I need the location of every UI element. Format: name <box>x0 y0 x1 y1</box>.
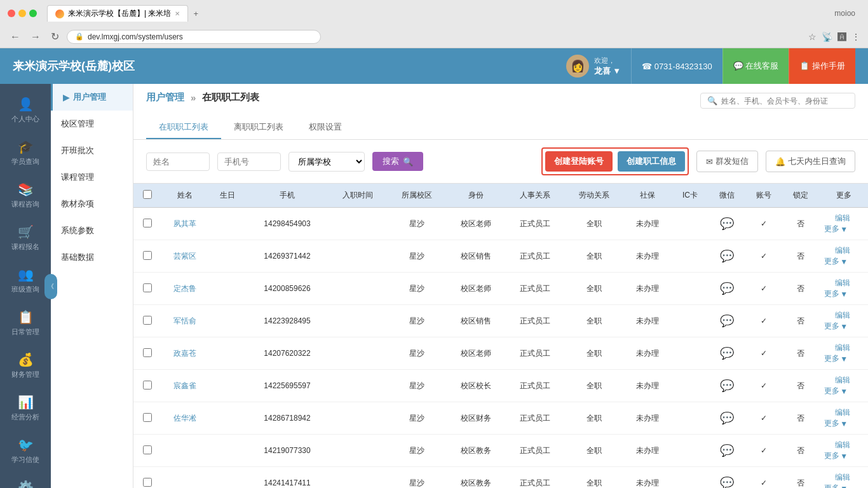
staff-name-link[interactable]: 夙其革 <box>173 219 196 228</box>
more-button[interactable]: 更多▼ <box>824 256 863 267</box>
row-checkbox[interactable] <box>143 445 152 454</box>
name-filter-input[interactable] <box>146 152 210 171</box>
menu-icon[interactable]: ⋮ <box>851 32 860 42</box>
more-button[interactable]: 更多▼ <box>824 451 863 461</box>
ext-icon[interactable]: 🅰 <box>837 32 846 42</box>
row-checkbox[interactable] <box>143 251 152 260</box>
sub-sidebar-item-batch[interactable]: 开班批次 <box>51 137 133 164</box>
user-name[interactable]: 龙喜 ▼ <box>594 65 621 77</box>
browser-tab-active[interactable]: 来米演示学校【岳麓】| 来米培 ✕ <box>47 5 188 22</box>
page-search-input[interactable] <box>721 97 848 105</box>
sub-sidebar-item-materials[interactable]: 教材杂项 <box>51 191 133 217</box>
create-account-button[interactable]: 创建登陆账号 <box>545 151 613 172</box>
edit-button[interactable]: 编辑 <box>835 214 850 222</box>
table-row: 芸紫区 14269371442 星沙 校区销售 正式员工 全职 未办理 💬 ✓ … <box>133 240 868 273</box>
search-button[interactable]: 搜索 🔍 <box>372 152 423 171</box>
row-checkbox[interactable] <box>143 478 152 487</box>
td-name: 政嘉苍 <box>161 337 209 370</box>
support-button[interactable]: 💬 在线客服 <box>722 48 789 84</box>
table-row: 定杰鲁 14200859626 星沙 校区老师 正式员工 全职 未办理 💬 ✓ … <box>133 273 868 305</box>
more-button[interactable]: 更多▼ <box>824 386 863 396</box>
more-button[interactable]: 更多▼ <box>824 224 863 234</box>
more-button[interactable]: 更多▼ <box>824 353 863 364</box>
sidebar-item-daily[interactable]: 📋 日常管理 <box>0 302 51 344</box>
manual-button[interactable]: 📋 操作手册 <box>789 48 855 84</box>
sub-sidebar-item-users[interactable]: ▶ 用户管理 <box>51 84 133 111</box>
more-button[interactable]: 更多▼ <box>824 321 863 332</box>
staff-name-link[interactable]: 宸鑫雀 <box>173 381 196 390</box>
th-campus: 所属校区 <box>388 184 447 208</box>
td-phone: 14219077330 <box>246 435 329 467</box>
row-checkbox[interactable] <box>143 413 152 422</box>
staff-name-link[interactable]: 佐华凇 <box>173 414 196 423</box>
cast-icon[interactable]: 📡 <box>822 32 832 42</box>
refresh-button[interactable]: ↻ <box>48 29 62 44</box>
td-hr: 正式员工 <box>506 240 565 273</box>
phone-button[interactable]: ☎ 0731-84323130 <box>631 48 722 84</box>
staff-name-link[interactable]: 军恬俞 <box>173 316 196 325</box>
edit-button[interactable]: 编辑 <box>835 473 850 482</box>
td-campus: 星沙 <box>388 305 447 337</box>
sidebar-item-students[interactable]: 🎓 学员查询 <box>0 132 51 174</box>
edit-button[interactable]: 编辑 <box>835 278 850 287</box>
maximize-dot[interactable] <box>29 10 37 17</box>
sidebar-item-classes[interactable]: 👥 班级查询 <box>0 259 51 302</box>
tab-favicon <box>55 10 64 18</box>
birthday-label: 七天内生日查询 <box>788 156 846 167</box>
sidebar-item-messenger[interactable]: 🐦 学习信使 <box>0 430 51 472</box>
sidebar-item-enroll[interactable]: 🛒 课程报名 <box>0 217 51 259</box>
breadcrumb-parent[interactable]: 用户管理 <box>146 92 184 104</box>
phone-filter-input[interactable] <box>217 152 281 171</box>
sidebar-item-analysis[interactable]: 📊 经营分析 <box>0 387 51 430</box>
edit-button[interactable]: 编辑 <box>835 440 850 449</box>
star-icon[interactable]: ☆ <box>808 32 817 42</box>
sub-sidebar-item-campus[interactable]: 校区管理 <box>51 111 133 137</box>
sms-button[interactable]: ✉ 群发短信 <box>696 151 758 172</box>
td-campus: 星沙 <box>388 370 447 402</box>
staff-name-link[interactable]: 政嘉苍 <box>173 349 196 358</box>
birthday-button[interactable]: 🔔 七天内生日查询 <box>766 151 855 172</box>
tab-permissions[interactable]: 权限设置 <box>296 116 355 139</box>
sub-sidebar-item-base[interactable]: 基础数据 <box>51 244 133 271</box>
back-button[interactable]: ← <box>8 30 23 44</box>
tab-active-staff[interactable]: 在职职工列表 <box>146 116 221 139</box>
edit-button[interactable]: 编辑 <box>835 343 850 352</box>
edit-button[interactable]: 编辑 <box>835 311 850 320</box>
sidebar-item-finance[interactable]: 💰 财务管理 <box>0 344 51 387</box>
tab-resigned-staff[interactable]: 离职职工列表 <box>221 116 296 139</box>
td-locked: 否 <box>782 208 819 240</box>
edit-button[interactable]: 编辑 <box>835 246 850 255</box>
row-checkbox[interactable] <box>143 283 152 292</box>
sub-sidebar-item-course-mgmt[interactable]: 课程管理 <box>51 164 133 191</box>
edit-button[interactable]: 编辑 <box>835 376 850 384</box>
sidebar-item-personal[interactable]: 👤 个人中心 <box>0 89 51 132</box>
row-checkbox[interactable] <box>143 316 152 325</box>
new-tab-button[interactable]: + <box>188 6 203 21</box>
td-birthday <box>209 240 246 273</box>
more-button[interactable]: 更多▼ <box>824 483 863 488</box>
staff-name-link[interactable]: 定杰鲁 <box>173 284 196 293</box>
forward-button[interactable]: → <box>28 30 43 44</box>
select-all-checkbox[interactable] <box>143 190 152 199</box>
sidebar-item-courses[interactable]: 📚 课程咨询 <box>0 174 51 217</box>
create-staff-button[interactable]: 创建职工信息 <box>618 151 685 172</box>
more-button[interactable]: 更多▼ <box>824 418 863 429</box>
more-button[interactable]: 更多▼ <box>824 288 863 299</box>
close-dot[interactable] <box>8 10 15 17</box>
td-ic <box>672 370 709 402</box>
edit-button[interactable]: 编辑 <box>835 408 850 417</box>
minimize-dot[interactable] <box>18 10 26 17</box>
sidebar-item-system[interactable]: ⚙️ 系统设置 <box>0 472 51 488</box>
sub-sidebar-label-users: 用户管理 <box>73 92 106 103</box>
row-checkbox[interactable] <box>143 381 152 390</box>
school-filter-select[interactable]: 所属学校 <box>288 152 365 172</box>
sub-sidebar-item-params[interactable]: 系统参数 <box>51 217 133 244</box>
td-social: 未办理 <box>623 337 671 370</box>
sidebar-collapse-button[interactable]: 《 <box>44 274 57 299</box>
staff-name-link[interactable]: 芸紫区 <box>173 252 196 261</box>
row-checkbox[interactable] <box>143 219 152 227</box>
address-bar[interactable]: 🔒 dev.lmxgj.com/system/users <box>67 30 321 44</box>
td-birthday <box>209 273 246 305</box>
row-checkbox[interactable] <box>143 348 152 357</box>
tab-close-button[interactable]: ✕ <box>175 10 180 17</box>
